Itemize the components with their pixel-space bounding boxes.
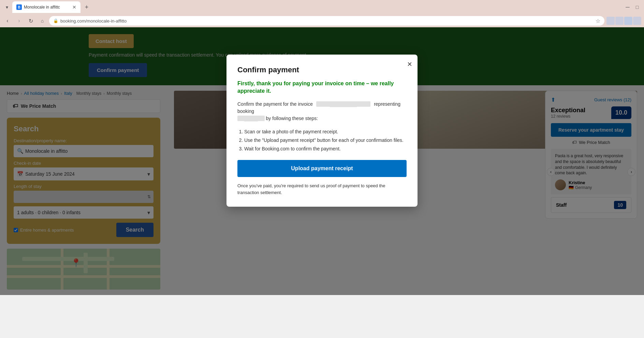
extensions-area [606, 17, 641, 25]
step-2: Use the "Upload payment receipt" button … [244, 136, 407, 145]
browser-tab[interactable]: B Monolocale in affittc ✕ [12, 1, 80, 13]
modal-footer-text: Once you've paid, you're required to sen… [237, 182, 407, 196]
modal-steps-list: Scan or take a photo of the payment rece… [237, 128, 407, 153]
tab-dropdown[interactable]: ▾ [3, 3, 11, 11]
star-icon[interactable]: ☆ [596, 18, 600, 24]
modal-close-button[interactable]: × [407, 60, 412, 68]
forward-button[interactable]: › [14, 16, 24, 26]
page-content: Contact host Payment confirmation will s… [0, 27, 644, 295]
tab-favicon: B [16, 4, 22, 10]
tab-title: Monolocale in affittc [24, 5, 70, 10]
home-button[interactable]: ⌂ [38, 16, 47, 26]
modal-title: Confirm payment [237, 65, 407, 74]
address-bar[interactable]: 🔒 booking.com/monolocale-in-affitto ☆ [49, 16, 604, 26]
address-bar-row: ‹ › ↻ ⌂ 🔒 booking.com/monolocale-in-affi… [0, 14, 644, 27]
maximize-button[interactable]: □ [633, 3, 641, 11]
browser-chrome: ▾ B Monolocale in affittc ✕ + ─ □ [0, 0, 644, 14]
url-text: booking.com/monolocale-in-affitto [60, 18, 127, 24]
modal: × Confirm payment Firstly, thank you for… [226, 55, 418, 207]
tab-close-icon[interactable]: ✕ [72, 4, 76, 10]
back-button[interactable]: ‹ [3, 16, 12, 26]
step-3: Wait for Booking.com to confirm the paym… [244, 145, 407, 153]
upload-payment-receipt-button[interactable]: Upload payment receipt [237, 160, 407, 177]
modal-body-text: Confirm the payment for the invoice ████… [237, 101, 407, 122]
reload-button[interactable]: ↻ [26, 16, 35, 26]
minimize-button[interactable]: ─ [624, 3, 632, 11]
modal-thank-you: Firstly, thank you for paying your invoi… [237, 80, 407, 95]
new-tab-button[interactable]: + [82, 2, 91, 12]
modal-overlay: × Confirm payment Firstly, thank you for… [0, 27, 644, 295]
step-1: Scan or take a photo of the payment rece… [244, 128, 407, 136]
security-icon: 🔒 [53, 18, 58, 23]
